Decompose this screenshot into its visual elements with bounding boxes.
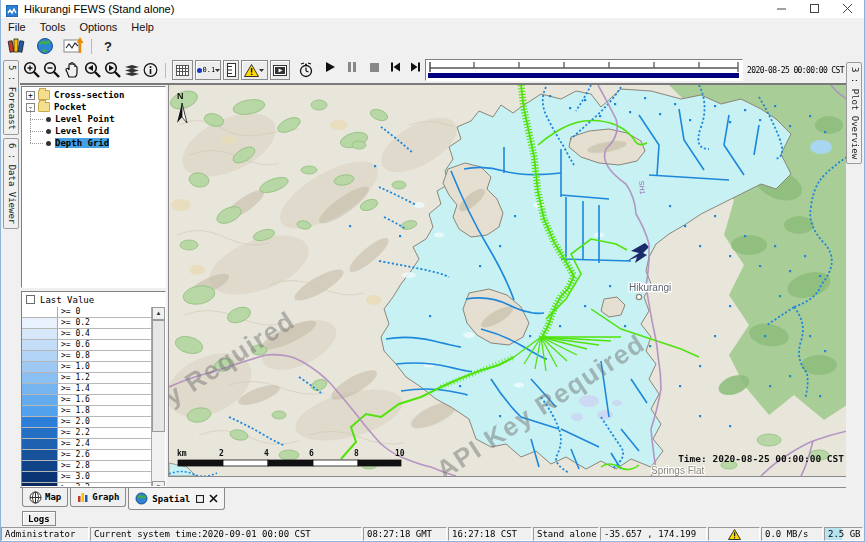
layers-icon[interactable] [122,60,142,80]
left-vertical-tab[interactable]: 5 : Forecast [3,60,19,135]
legend-row[interactable]: >= 1.8 [22,406,151,417]
legend-row[interactable]: >= 1.2 [22,373,151,384]
status-transfer-rate: 0.0 MB/s [761,527,823,541]
status-user: Administrator [1,527,89,541]
legend-row[interactable]: >= 2.6 [22,450,151,461]
menu-item[interactable]: File [8,21,26,33]
tree-connector [22,137,46,149]
bullet-icon [46,117,51,122]
info-icon[interactable] [142,60,159,80]
legend-row[interactable]: >= 0.6 [22,340,151,351]
status-gmt-time: 08:27:18 GMT [363,527,447,541]
tree-item-pocket[interactable]: - Pocket [22,101,165,113]
legend-row-label: >= 2.4 [58,439,151,449]
skip-start-button[interactable] [388,60,402,80]
timeline-slider[interactable] [425,59,743,81]
left-vertical-tab[interactable]: 6 : Data Viewer [3,138,19,229]
folder-icon [38,102,50,112]
tab-graph[interactable]: Graph [70,488,126,507]
title-bar: Hikurangi FEWS (Stand alone) [1,0,864,18]
status-warning-icon[interactable] [708,527,760,541]
status-cst-time: 16:27:18 CST [448,527,532,541]
explorer-icon[interactable] [7,36,27,56]
legend-row-label: >= 1.8 [58,406,151,416]
legend-row[interactable]: >= 3.0 [22,472,151,483]
warning-button[interactable] [241,60,268,80]
close-button[interactable] [831,0,864,18]
legend-row[interactable]: >= 1.6 [22,395,151,406]
zoom-in-icon[interactable] [22,60,42,80]
legend-row[interactable]: >= 0.2 [22,318,151,329]
legend-row[interactable]: >= 1.0 [22,362,151,373]
menu-item[interactable]: Help [131,21,154,33]
left-tab-strip: 5 : Forecast6 : Data Viewer [1,57,20,527]
main-toolbar: ? [1,35,864,57]
legend-color-swatch [22,384,58,394]
legend-scrollbar[interactable]: ▲ ▼ [151,307,165,487]
menu-item[interactable]: Tools [40,21,66,33]
timeseries-icon[interactable] [63,36,83,56]
last-value-checkbox[interactable] [26,295,35,304]
pause-button[interactable] [345,60,359,80]
minimize-button[interactable] [765,0,798,18]
grid-button[interactable] [172,60,193,80]
tree-item-depth-grid[interactable]: Depth Grid [22,137,165,149]
legend-row[interactable]: >= 0 [22,307,151,318]
pan-icon[interactable] [62,60,82,80]
scroll-thumb[interactable] [152,320,165,432]
legend-row[interactable]: >= 2.0 [22,417,151,428]
zoom-previous-icon[interactable] [82,60,102,80]
legend-color-swatch [22,351,58,361]
svg-text:Hikurangi: Hikurangi [629,282,671,293]
stop-button[interactable] [367,60,381,80]
legend-rows: >= 0 >= 0.2 [22,307,151,487]
folder-icon [38,90,50,100]
app-icon [6,3,18,15]
scroll-up-icon[interactable]: ▲ [152,307,165,320]
legend-row-label: >= 1.2 [58,373,151,383]
legend-color-swatch [22,428,58,438]
zoom-out-icon[interactable] [42,60,62,80]
legend-color-swatch [22,450,58,460]
layers-tree: + Cross-section - Pocket Level P [21,86,166,288]
app-window: Hikurangi FEWS (Stand alone) FileToolsOp… [0,0,865,542]
tree-item-level-grid[interactable]: Level Grid [22,125,165,137]
map-view[interactable]: SH1 Hikurangi Springs Flat API Key Requi… [168,85,847,477]
status-memory: 2.5 GB [824,527,863,541]
expand-icon[interactable]: + [26,91,35,100]
legend-color-swatch [22,406,58,416]
interval-button[interactable]: 0.1 [195,60,221,80]
legend-row-label: >= 2.8 [58,461,151,471]
zoom-next-icon[interactable] [102,60,122,80]
maximize-button[interactable] [798,0,831,18]
legend-color-swatch [22,395,58,405]
legend-row[interactable]: >= 0.8 [22,351,151,362]
display-button[interactable] [270,60,290,80]
legend-color-swatch [22,362,58,372]
logs-button[interactable]: Logs [22,511,56,526]
right-vertical-tab[interactable]: 3 : Plot Overview [846,62,862,164]
skip-end-button[interactable] [409,60,423,80]
svg-text:Springs Flat: Springs Flat [651,465,705,476]
timeline-date: 2020-08-25 00:00:00 CST [747,66,844,75]
tree-item-level-point[interactable]: Level Point [22,113,165,125]
svg-text:Time: 2020-08-25 00:00:00 CST: Time: 2020-08-25 00:00:00 CST [678,453,844,464]
legend-row[interactable]: >= 1.4 [22,384,151,395]
status-system-time: Current system time:2020-09-01 00:00 CST [90,527,362,541]
view-tabs: Map Graph Spatial [20,487,846,510]
tab-spatial[interactable]: Spatial [128,488,225,510]
legend-row[interactable]: >= 0.4 [22,329,151,340]
legend-row[interactable]: >= 2.8 [22,461,151,472]
ruler-button[interactable] [223,60,239,80]
map-toolbar: 0.1 [20,57,846,85]
play-button[interactable] [323,60,337,80]
tab-map[interactable]: Map [22,488,68,507]
legend-row[interactable]: >= 2.2 [22,428,151,439]
help-icon[interactable]: ? [104,39,112,54]
globe-icon[interactable] [35,36,55,56]
menu-item[interactable]: Options [79,21,117,33]
legend-row-label: >= 0.8 [58,351,151,361]
legend-row[interactable]: >= 2.4 [22,439,151,450]
animation-clock-icon[interactable] [297,60,315,80]
legend-row-label: >= 1.0 [58,362,151,372]
